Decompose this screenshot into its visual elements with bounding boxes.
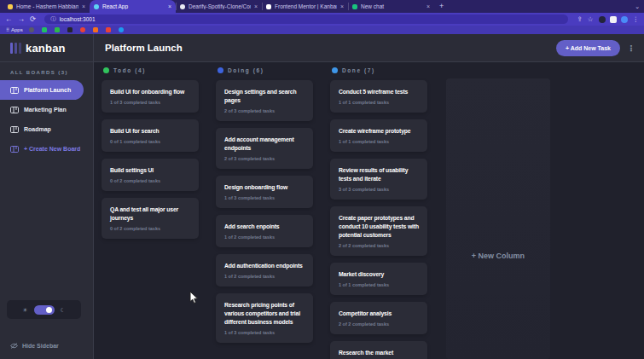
task-subtasks-count: 1 of 2 completed tasks [224, 274, 305, 279]
bookmark-maps-pin[interactable] [80, 27, 85, 32]
bookmark-twitter[interactable] [119, 27, 124, 32]
notes-extension-icon[interactable] [610, 16, 617, 23]
browser-tab-strip: Home - Hashem Habbian × React App × Dear… [0, 0, 644, 13]
tab[interactable]: New chat × [348, 0, 434, 13]
sidebar-item-marketing-plan[interactable]: Marketing Plan [0, 100, 84, 119]
task-card[interactable]: Create wireframe prototype 1 of 1 comple… [330, 119, 427, 152]
task-card[interactable]: Build settings UI 0 of 2 completed tasks [102, 159, 199, 191]
task-subtasks-count: 0 of 2 completed tasks [110, 178, 190, 183]
board-column: Todo (4) Build UI for onboarding flow 1 … [102, 66, 199, 359]
bookmark-gmail[interactable] [106, 27, 111, 32]
apps-grid-icon: ⠿ [6, 27, 9, 32]
columns: Todo (4) Build UI for onboarding flow 1 … [102, 66, 444, 359]
task-card[interactable]: Add search enpoints 1 of 2 completed tas… [216, 215, 313, 247]
browser-toolbar: ← → ⟳ ⓘ localhost:3001 ⇪ ☆ ⋮ [0, 13, 644, 26]
task-card[interactable]: Conduct 5 wireframe tests 1 of 1 complet… [330, 80, 427, 113]
apps-label: Apps [11, 27, 23, 32]
share-icon[interactable]: ⇪ [577, 15, 582, 23]
tab[interactable]: Dearify-Spotify-Clone/Contr × [176, 0, 262, 13]
column-label: Done (7) [342, 67, 375, 73]
task-title: Research pricing points of various compe… [224, 301, 305, 327]
add-new-task-button[interactable]: + Add New Task [556, 40, 620, 56]
board-menu-icon[interactable]: ⋮ [627, 43, 635, 53]
board-column: Doing (6) Design settings and search pag… [216, 66, 313, 359]
tab[interactable]: React App × [90, 0, 176, 13]
task-card[interactable]: Research the market 2 of 2 completed tas… [330, 341, 427, 359]
sidebar-item-platform-launch[interactable]: Platform Launch [0, 80, 84, 100]
profile-avatar-icon[interactable] [621, 16, 628, 23]
sidebar-item-create-new-board[interactable]: + Create New Board [0, 139, 84, 159]
task-card[interactable]: Build UI for search 0 of 1 completed tas… [102, 119, 199, 152]
bookmark-tv-site[interactable] [67, 27, 73, 32]
tab-close-icon[interactable]: × [168, 3, 171, 9]
column-cards: Design settings and search pages 2 of 3 … [216, 80, 313, 343]
window-chevron-icon[interactable]: ⌄ [630, 0, 644, 13]
hide-sidebar-button[interactable]: Hide Sidebar [10, 343, 59, 349]
task-title: Build UI for onboarding flow [110, 88, 190, 96]
task-card[interactable]: Review results of usability tests and it… [330, 159, 427, 200]
bookmark-star-icon[interactable]: ☆ [588, 15, 594, 23]
task-card[interactable]: Research pricing points of various compe… [216, 293, 313, 343]
bookmark-dark-site[interactable] [29, 27, 34, 32]
new-column-button[interactable]: + New Column [446, 78, 550, 359]
tab[interactable]: Frontend Mentor | Kanban tas × [262, 0, 348, 13]
column-cards: Conduct 5 wireframe tests 1 of 1 complet… [330, 80, 427, 359]
task-card[interactable]: Design onboarding flow 1 of 3 completed … [216, 176, 313, 208]
task-card[interactable]: Add account management endpoints 2 of 3 … [216, 128, 313, 169]
column-label: Todo (4) [113, 67, 146, 73]
tab-close-icon[interactable]: × [82, 3, 85, 9]
column-header: Done (7) [332, 67, 427, 73]
all-boards-label: ALL BOARDS (3) [0, 62, 93, 80]
tab[interactable]: Home - Hashem Habbian × [3, 0, 90, 13]
task-card[interactable]: Build UI for onboarding flow 1 of 3 comp… [102, 80, 199, 113]
task-subtasks-count: 1 of 3 completed tasks [110, 100, 190, 105]
tab-title: React App [102, 3, 165, 9]
task-subtasks-count: 1 of 2 completed tasks [224, 235, 305, 240]
board-icon [10, 126, 19, 133]
theme-toggle-box: ☀ ☾ [7, 300, 81, 319]
reload-icon[interactable]: ⟳ [30, 15, 36, 23]
task-subtasks-count: 0 of 2 completed tasks [110, 226, 190, 231]
bookmark-orange-site[interactable] [93, 27, 98, 32]
site-info-icon[interactable]: ⓘ [50, 15, 56, 23]
sidebar-item-roadmap[interactable]: Roadmap [0, 119, 84, 139]
task-title: QA and test all major user journeys [110, 206, 190, 223]
task-card[interactable]: Competitor analysis 2 of 2 completed tas… [330, 302, 427, 334]
back-icon[interactable]: ← [5, 15, 13, 23]
app-logo: kanban [0, 34, 94, 61]
bookmark-green-app-1[interactable] [42, 27, 47, 32]
task-title: Conduct 5 wireframe tests [339, 88, 419, 96]
bookmark-green-app-2[interactable] [55, 27, 60, 32]
task-card[interactable]: QA and test all major user journeys 0 of… [102, 198, 199, 239]
bookmark-favicons [29, 27, 124, 32]
task-subtasks-count: 2 of 2 completed tasks [339, 243, 419, 248]
sidebar-item-label: Roadmap [24, 126, 51, 132]
task-title: Research the market [339, 349, 419, 357]
theme-toggle[interactable] [34, 305, 55, 315]
tab-title: Frontend Mentor | Kanban tas [275, 3, 337, 9]
forward-icon[interactable]: → [18, 15, 26, 23]
tab-close-icon[interactable]: × [254, 3, 258, 9]
task-card[interactable]: Market discovery 1 of 1 completed tasks [330, 263, 427, 295]
task-card[interactable]: Create paper prototypes and conduct 10 u… [330, 206, 427, 256]
sun-icon: ☀ [22, 307, 27, 313]
new-tab-button[interactable]: + [434, 0, 449, 13]
board: Todo (4) Build UI for onboarding flow 1 … [95, 62, 644, 359]
browser-menu-icon[interactable]: ⋮ [633, 15, 640, 23]
column-cards: Build UI for onboarding flow 1 of 3 comp… [102, 80, 199, 239]
tab-favicon [8, 4, 13, 9]
tab-favicon [352, 4, 357, 9]
address-bar[interactable]: ⓘ localhost:3001 [44, 14, 568, 24]
apps-shortcut[interactable]: ⠿ Apps [6, 27, 23, 32]
task-card[interactable]: Add authentication endpoints 1 of 2 comp… [216, 254, 313, 287]
messenger-extension-icon[interactable] [599, 16, 606, 23]
task-card[interactable]: Design settings and search pages 2 of 3 … [216, 80, 313, 121]
hide-sidebar-label: Hide Sidebar [22, 343, 59, 349]
column-dot-icon [103, 67, 109, 73]
sidebar-item-label: Marketing Plan [24, 107, 67, 113]
eye-slash-icon [10, 343, 18, 349]
task-subtasks-count: 1 of 1 completed tasks [339, 100, 419, 105]
board-icon [10, 146, 19, 153]
tab-close-icon[interactable]: × [340, 3, 344, 9]
tab-close-icon[interactable]: × [426, 3, 430, 9]
